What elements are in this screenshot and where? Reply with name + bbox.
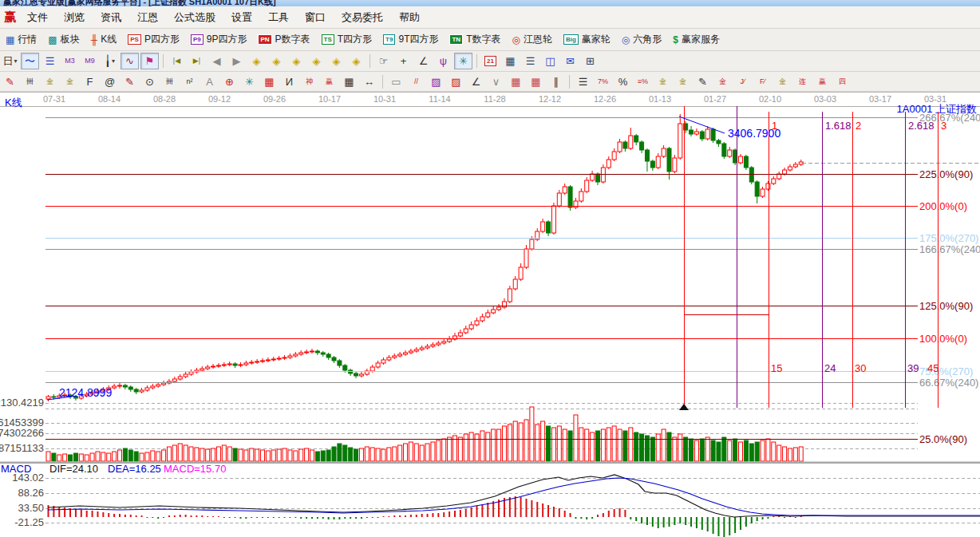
box-tool-button[interactable]: ▭ — [387, 73, 405, 90]
si-button[interactable]: 四 — [833, 73, 852, 90]
calculator-button[interactable]: ▦ — [501, 53, 520, 69]
grid2-button[interactable]: ▦ — [507, 73, 525, 90]
color-flag-button[interactable]: ⚑ — [140, 53, 159, 69]
crosshair-button[interactable]: + — [394, 53, 413, 69]
diamond-arrow-left-button[interactable]: ◈ — [247, 53, 266, 69]
diamond-arrow-star-button[interactable]: ◈ — [327, 53, 346, 69]
gold-ratio-button[interactable]: 金 — [41, 73, 59, 90]
percent-button[interactable]: % — [614, 73, 632, 90]
last-page-button[interactable]: ▶| — [188, 53, 206, 69]
hexagon-button[interactable]: ◎六角形 — [616, 31, 667, 48]
bars-3-button[interactable]: M3 — [61, 53, 79, 69]
menu-7[interactable]: 窗口 — [297, 8, 334, 27]
percent-slash-button[interactable]: 7% — [594, 73, 612, 90]
ruler2-button[interactable]: 卌 — [160, 73, 179, 90]
kline-button[interactable]: ╫K线 — [85, 31, 123, 48]
diamond-arrow-in-button[interactable]: ◈ — [307, 53, 326, 69]
gann-shape-button[interactable]: ψ — [434, 53, 452, 69]
diamond-arrow-all-button[interactable]: ◈ — [347, 53, 366, 69]
menu-5[interactable]: 设置 — [223, 8, 260, 27]
print-button[interactable]: ⊞ — [581, 53, 599, 69]
p-number-table-button[interactable]: PNP数字表 — [252, 31, 315, 48]
width-button[interactable]: ↔ — [360, 73, 378, 90]
wave-v-button[interactable]: ∨ — [487, 73, 505, 90]
save-button[interactable]: ◫ — [541, 53, 559, 69]
pencil-tool-button[interactable]: ✎ — [1, 73, 19, 90]
menu-4[interactable]: 公式选股 — [166, 8, 223, 27]
gold-circle-button[interactable]: 金 — [654, 73, 672, 90]
first-page-button[interactable]: |◀ — [168, 53, 186, 69]
slash-button[interactable]: ∥ — [547, 73, 565, 90]
p-square-button[interactable]: PSP四方形 — [122, 31, 185, 48]
f-line-button[interactable]: F∕ — [753, 73, 772, 90]
j-line-button[interactable]: J∕ — [733, 73, 752, 90]
sector-button[interactable]: ▩板块 — [42, 31, 85, 48]
web-button[interactable]: ✳ — [240, 73, 259, 90]
winner-wheel-button[interactable]: Big赢家轮 — [558, 31, 616, 48]
fan-box2-button[interactable]: ▨ — [447, 73, 465, 90]
candle-type-button[interactable]: ╽▾ — [101, 53, 119, 69]
measure-button[interactable]: ☰ — [574, 73, 592, 90]
kline-chart-svg[interactable]: 07-3108-1408-2809-1209-2610-1710-3111-14… — [0, 92, 980, 537]
lian-button[interactable]: 连 — [793, 73, 812, 90]
n2-button[interactable]: n² — [180, 73, 199, 90]
calendar-button[interactable]: 21 — [481, 53, 500, 69]
gold-line-button[interactable]: 金 — [674, 73, 692, 90]
t-number-table-button[interactable]: TNT数字表 — [444, 31, 506, 48]
brush-button[interactable]: ✎ — [694, 73, 712, 90]
t9-square-button[interactable]: T99T四方形 — [377, 31, 444, 48]
gold-ratio2-button[interactable]: 金 — [61, 73, 79, 90]
percent-levels-button[interactable]: ≡% — [634, 73, 652, 90]
menu-8[interactable]: 交易委托 — [334, 8, 391, 27]
gann-wave-button[interactable]: ∿ — [121, 53, 139, 69]
next-bar-button[interactable]: ▶ — [227, 53, 246, 69]
p9-square-button[interactable]: P99P四方形 — [185, 31, 252, 48]
menu-0[interactable]: 文件 — [19, 8, 56, 27]
fan-lines-button[interactable]: // — [407, 73, 425, 90]
diamond-arrow-h-button[interactable]: ◈ — [287, 53, 306, 69]
angle-tool-button[interactable]: ∠ — [414, 53, 433, 69]
t-square-button[interactable]: TST四方形 — [316, 31, 378, 48]
period-selector-button[interactable]: 日▾ — [1, 53, 19, 69]
hand-tool-button[interactable]: ☞ — [374, 53, 393, 69]
mirror-button[interactable]: A — [200, 73, 219, 90]
target-red-button[interactable]: ⊕ — [220, 73, 239, 90]
menu-1[interactable]: 浏览 — [56, 8, 93, 27]
period-selector-button-dropdown-icon[interactable]: ▾ — [14, 58, 17, 65]
info-panel-button[interactable]: ☰ — [41, 53, 59, 69]
winner-service-button[interactable]: $赢家服务 — [667, 31, 725, 48]
diamond-arrow-right-button[interactable]: ◈ — [267, 53, 286, 69]
ying-button[interactable]: 赢 — [320, 73, 338, 90]
ruler-tool-button[interactable]: 卌 — [21, 73, 39, 90]
pencil2-button[interactable]: ✎ — [121, 73, 139, 90]
bars-9-button[interactable]: M9 — [81, 53, 99, 69]
mail-button[interactable]: ✉ — [561, 53, 579, 69]
last-page-icon: ▶| — [193, 57, 200, 65]
menu-3[interactable]: 江恩 — [129, 8, 166, 27]
gold-slash-button[interactable]: 金 — [773, 73, 792, 90]
candle-type-button-dropdown-icon[interactable]: ▾ — [112, 58, 115, 65]
prev-bar-button[interactable]: ◀ — [207, 53, 226, 69]
menu-9[interactable]: 帮助 — [391, 8, 428, 27]
overlay-chart-button[interactable]: 〜 — [21, 53, 39, 69]
fan-box2-icon: ▨ — [451, 77, 460, 87]
shen-button[interactable]: 神 — [300, 73, 318, 90]
chart-area[interactable]: 07-3108-1408-2809-1209-2610-1710-3111-14… — [0, 92, 980, 537]
grid3-button[interactable]: ▦ — [527, 73, 545, 90]
menu-6[interactable]: 工具 — [260, 8, 297, 27]
fan-box-button[interactable]: ▨ — [427, 73, 445, 90]
menu-2[interactable]: 资讯 — [93, 8, 129, 27]
quote-button[interactable]: ▦行情 — [0, 31, 42, 48]
grid-123-button[interactable]: ▦ — [340, 73, 358, 90]
angle-lines-button[interactable]: ∠ — [467, 73, 485, 90]
brain-tool-button[interactable]: ✳ — [454, 53, 472, 69]
spiral-button[interactable]: @ — [101, 73, 119, 90]
notes-button[interactable]: ☰ — [521, 53, 539, 69]
ying-slash-button[interactable]: 赢 — [813, 73, 832, 90]
i-quote-button[interactable]: И — [280, 73, 298, 90]
grid-red-button[interactable]: ▦ — [260, 73, 279, 90]
gann-wheel-button[interactable]: ◎江恩轮 — [506, 31, 557, 48]
f-ruler-button[interactable]: F — [81, 73, 99, 90]
gann-box-gold-button[interactable]: 金 — [713, 73, 732, 90]
time-cycle-button[interactable]: ⊙ — [140, 73, 159, 90]
